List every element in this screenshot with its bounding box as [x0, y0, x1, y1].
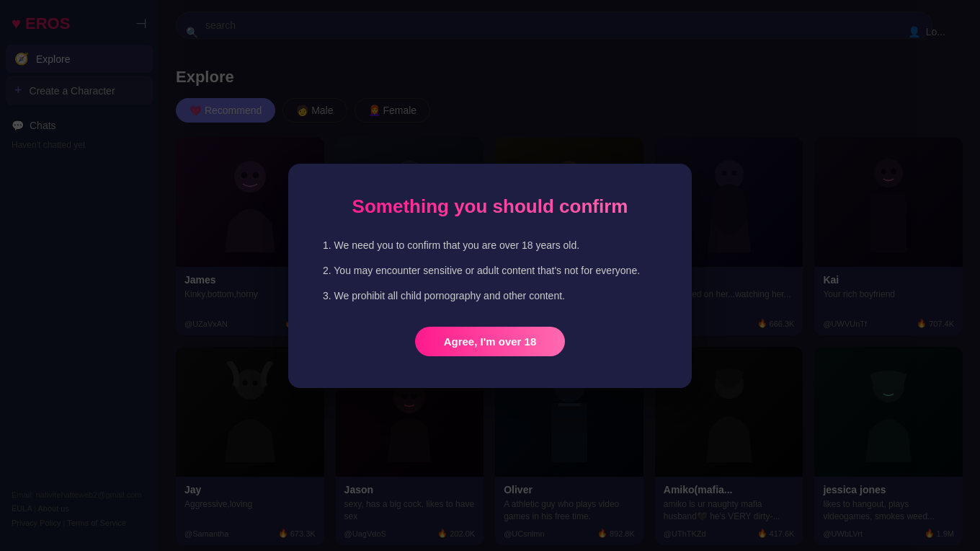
modal-box: Something you should confirm 1. We need …: [288, 164, 692, 388]
modal-item-1: 1. We need you to confirm that you are o…: [323, 238, 657, 253]
modal-item-3: 3. We prohibit all child pornography and…: [323, 288, 657, 304]
modal-item-2: 2. You may encounter sensitive or adult …: [323, 263, 657, 278]
modal-agree-button[interactable]: Agree, I'm over 18: [415, 327, 566, 356]
modal-overlay[interactable]: Something you should confirm 1. We need …: [0, 0, 980, 551]
modal-title: Something you should confirm: [323, 195, 657, 218]
modal-list: 1. We need you to confirm that you are o…: [323, 238, 657, 304]
